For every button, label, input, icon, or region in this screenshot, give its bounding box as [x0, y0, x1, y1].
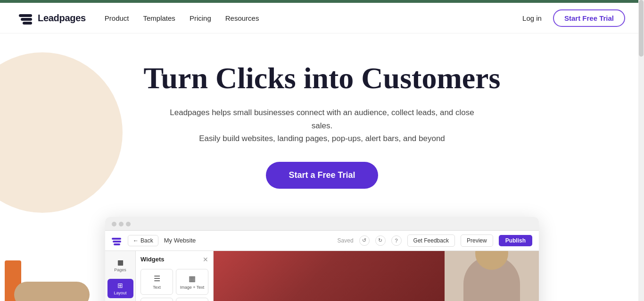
browser-chrome [105, 217, 539, 231]
layout-icon: ⊞ [117, 282, 123, 289]
sidebar-layout[interactable]: ⊞ Layout [107, 279, 133, 298]
saved-status: Saved [338, 237, 354, 244]
widgets-close-button[interactable]: ✕ [203, 256, 208, 263]
widgets-header: Widgets ✕ [140, 256, 208, 263]
leadpages-logo-icon [19, 11, 34, 25]
back-button[interactable]: ← Back [128, 235, 158, 246]
nav-links: Product Templates Pricing Resources [105, 14, 522, 22]
canvas-content: Hello, I'm Erin! [214, 251, 539, 301]
navigation: Leadpages Product Templates Pricing Reso… [0, 3, 644, 33]
canvas-right [445, 251, 539, 301]
scrollbar[interactable] [638, 0, 644, 301]
svg-rect-4 [113, 241, 121, 242]
canvas-left: Hello, I'm Erin! [214, 251, 445, 301]
svg-rect-1 [21, 18, 32, 21]
canvas-right-inner [445, 251, 539, 301]
publish-button[interactable]: Publish [499, 235, 532, 246]
app-mockup: ← Back My Website Saved ↺ ↻ ? Get Feedba… [105, 217, 539, 301]
widget-image[interactable]: ▣ Image [140, 298, 173, 301]
widgets-grid: ☰ Text ▦ Image + Text ▣ Image ▶ Video [140, 269, 208, 301]
app-toolbar: ← Back My Website Saved ↺ ↻ ? Get Feedba… [105, 231, 539, 251]
dot-green [126, 222, 131, 226]
person-silhouette [463, 256, 520, 301]
logo-area[interactable]: Leadpages [19, 11, 86, 25]
nav-right: Log in Start Free Trial [522, 9, 625, 27]
browser-dots [112, 222, 131, 226]
decorative-oval-tan [14, 282, 90, 301]
back-arrow-icon: ← [133, 237, 139, 244]
hero-content: Turn Clicks into Customers Leadpages hel… [134, 62, 510, 212]
svg-rect-3 [112, 238, 121, 240]
dot-red [112, 222, 116, 226]
page-name: My Website [164, 237, 196, 244]
scrollbar-thumb[interactable] [639, 0, 644, 57]
widget-image-text[interactable]: ▦ Image + Text [176, 269, 208, 295]
login-link[interactable]: Log in [522, 14, 542, 22]
redo-button[interactable]: ↻ [375, 235, 386, 246]
nav-templates[interactable]: Templates [143, 14, 175, 22]
hero-subtitle: Leadpages helps small businesses connect… [162, 106, 482, 145]
widget-text[interactable]: ☰ Text [140, 269, 173, 295]
hero-cta-button[interactable]: Start a Free Trial [266, 162, 378, 189]
widgets-panel: Widgets ✕ ☰ Text ▦ Image + Text ▣ Image [136, 251, 214, 301]
app-logo-small-icon [112, 236, 122, 245]
nav-resources[interactable]: Resources [225, 14, 259, 22]
decorative-circle [0, 52, 123, 213]
svg-rect-2 [23, 22, 32, 25]
text-widget-icon: ☰ [154, 274, 160, 283]
app-sidebar: ▦ Pages ⊞ Layout ▤ Sections [105, 251, 136, 301]
logo-text: Leadpages [38, 13, 86, 24]
preview-button[interactable]: Preview [461, 234, 493, 247]
canvas-area: Hello, I'm Erin! [214, 251, 539, 301]
hero-section: Turn Clicks into Customers Leadpages hel… [0, 33, 644, 301]
hero-title: Turn Clicks into Customers [144, 62, 501, 95]
nav-product[interactable]: Product [105, 14, 129, 22]
sidebar-pages[interactable]: ▦ Pages [107, 256, 133, 275]
nav-pricing[interactable]: Pricing [190, 14, 211, 22]
widgets-title: Widgets [140, 256, 164, 263]
person-head [475, 251, 508, 270]
nav-trial-button[interactable]: Start Free Trial [553, 9, 625, 27]
image-text-widget-icon: ▦ [189, 274, 196, 283]
undo-button[interactable]: ↺ [359, 235, 370, 246]
svg-rect-5 [114, 243, 120, 245]
widget-video[interactable]: ▶ Video [176, 298, 208, 301]
help-button[interactable]: ? [391, 235, 402, 246]
pages-icon: ▦ [117, 259, 124, 266]
get-feedback-button[interactable]: Get Feedback [407, 234, 455, 247]
app-body: ▦ Pages ⊞ Layout ▤ Sections Widgets ✕ [105, 251, 539, 301]
dot-yellow [119, 222, 124, 226]
svg-rect-0 [19, 14, 32, 17]
